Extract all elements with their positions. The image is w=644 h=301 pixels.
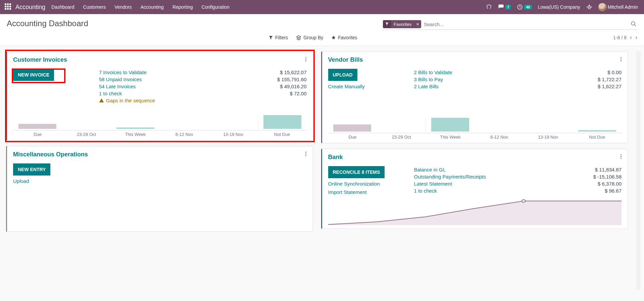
stat-link[interactable]: Latest Statement: [414, 181, 452, 187]
nav-dashboard[interactable]: Dashboard: [51, 4, 75, 10]
facet-close-icon[interactable]: ×: [414, 21, 421, 27]
control-panel: Accounting Dashboard Favorites ×: [0, 14, 644, 30]
stat-link[interactable]: 1 to check: [99, 91, 122, 96]
import-statement-link[interactable]: Import Statement: [328, 189, 367, 195]
search-bar[interactable]: Favorites ×: [382, 19, 637, 30]
new-entry-button[interactable]: NEW ENTRY: [13, 163, 50, 175]
debug-icon[interactable]: [586, 4, 592, 10]
bar-chart-xlabels: Due23-29 OctThis Week6-12 Nov13-19 NovNo…: [328, 133, 622, 140]
avatar: [598, 3, 606, 11]
reconcile-button[interactable]: RECONCILE 8 ITEMS: [328, 166, 385, 178]
upload-button[interactable]: UPLOAD: [328, 69, 357, 81]
stat-value: $ -15,106.58: [593, 174, 622, 180]
stat-value: $ 72.00: [290, 91, 306, 96]
activities-button[interactable]: 40: [517, 4, 532, 10]
favorites-label: Favorites: [338, 35, 357, 40]
card-misc-operations: Miscellaneous Operations NEW ENTRY Uploa…: [6, 146, 313, 232]
main-nav: Dashboard Customers Vendors Accounting R…: [51, 4, 230, 10]
right-column: Vendor Bills UPLOAD Create Manually 2 Bi…: [321, 51, 628, 290]
stat-link[interactable]: 58 Unpaid Invoices: [99, 77, 142, 82]
user-name: Mitchell Admin: [608, 4, 638, 10]
warning-row[interactable]: Gaps in the sequence: [99, 97, 307, 103]
stat-link[interactable]: 1 to check: [414, 188, 437, 194]
scrollbar[interactable]: [636, 51, 641, 290]
stat-value: $ 6,378.00: [598, 181, 622, 187]
topbar: Accounting Dashboard Customers Vendors A…: [0, 0, 644, 14]
search-icon[interactable]: [631, 21, 637, 28]
stat-link[interactable]: 2 Bills to Validate: [414, 69, 452, 75]
dashboard-content: Customer Invoices NEW INVOICE 7 Invoices…: [0, 46, 644, 295]
stat-value: $ 155,791.60: [277, 77, 307, 82]
nav-reporting[interactable]: Reporting: [172, 4, 193, 10]
card-bank: Bank RECONCILE 8 ITEMS Online Synchroniz…: [321, 149, 628, 229]
bar-chart-xlabels: Due23-29 OctThis Week6-12 Nov13-19 NovNo…: [13, 130, 307, 137]
kebab-icon[interactable]: [303, 150, 309, 157]
favorites-button[interactable]: Favorites: [331, 35, 357, 40]
app-name[interactable]: Accounting: [15, 4, 45, 11]
pager[interactable]: 1-8 / 8: [613, 35, 627, 40]
svg-point-2: [631, 21, 635, 25]
facet-label: Favorites: [391, 20, 414, 28]
nav-customers[interactable]: Customers: [83, 4, 106, 10]
filters-label: Filters: [275, 35, 288, 40]
card-title[interactable]: Customer Invoices: [13, 56, 307, 63]
card-title[interactable]: Bank: [328, 154, 622, 161]
card-customer-invoices: Customer Invoices NEW INVOICE 7 Invoices…: [6, 51, 313, 141]
kebab-icon[interactable]: [618, 56, 624, 62]
filter-bar: Filters Group By Favorites 1-8 / 8 ‹ ›: [0, 30, 644, 46]
stat-link[interactable]: 7 Invoices to Validate: [99, 69, 146, 75]
stat-value: $ 96.67: [605, 188, 622, 194]
line-chart: [328, 198, 622, 225]
groupby-label: Group By: [303, 35, 323, 40]
page-title: Accounting Dashboard: [7, 19, 88, 28]
stat-link[interactable]: 2 Late Bills: [414, 84, 439, 89]
pager-prev-icon[interactable]: ‹: [630, 34, 632, 41]
search-input[interactable]: [423, 21, 631, 28]
stat-value: $ 0.00: [607, 69, 622, 75]
create-manually-link[interactable]: Create Manually: [328, 84, 365, 89]
stat-value: $ 1,722.27: [598, 77, 622, 82]
nav-accounting[interactable]: Accounting: [141, 4, 164, 10]
messages-badge: 7: [505, 5, 511, 9]
company-name: Lowa(US) Company: [538, 4, 580, 10]
upload-link[interactable]: Upload: [13, 178, 29, 184]
nav-configuration[interactable]: Configuration: [202, 4, 230, 10]
kebab-icon[interactable]: [618, 153, 624, 160]
user-menu[interactable]: Mitchell Admin: [598, 3, 638, 11]
bar-chart: [13, 109, 307, 129]
stat-link[interactable]: Balance in GL: [414, 167, 446, 172]
filter-icon: [383, 20, 391, 28]
kebab-icon[interactable]: [303, 56, 309, 62]
warning-text: Gaps in the sequence: [106, 98, 155, 103]
stat-link[interactable]: 3 Bills to Pay: [414, 77, 443, 82]
card-vendor-bills: Vendor Bills UPLOAD Create Manually 2 Bi…: [321, 51, 628, 143]
card-title[interactable]: Miscellaneous Operations: [13, 151, 307, 158]
bar-chart: [328, 112, 622, 132]
stat-value: $ 1,622.27: [598, 84, 622, 89]
card-title[interactable]: Vendor Bills: [328, 56, 622, 63]
filters-button[interactable]: Filters: [268, 35, 288, 40]
groupby-button[interactable]: Group By: [296, 35, 323, 40]
left-column: Customer Invoices NEW INVOICE 7 Invoices…: [6, 51, 313, 290]
topbar-right: 7 40 Lowa(US) Company Mitchell Admin: [486, 3, 642, 11]
search-facet: Favorites ×: [383, 20, 421, 28]
apps-icon[interactable]: [5, 3, 12, 11]
svg-point-3: [522, 200, 525, 202]
stat-link[interactable]: Outstanding Payments/Receipts: [414, 174, 486, 180]
nav-vendors[interactable]: Vendors: [114, 4, 132, 10]
stat-value: $ 49,016.20: [280, 84, 306, 89]
messages-button[interactable]: 7: [498, 4, 511, 10]
activities-badge: 40: [524, 5, 532, 9]
online-sync-link[interactable]: Online Synchronization: [328, 181, 380, 187]
stat-link[interactable]: 54 Late Invoices: [99, 84, 136, 89]
new-invoice-button[interactable]: NEW INVOICE: [13, 69, 54, 81]
stat-value: $ 15,622.07: [280, 69, 306, 75]
company-switcher[interactable]: Lowa(US) Company: [538, 4, 580, 10]
svg-point-1: [588, 6, 590, 8]
stat-value: $ 11,834.87: [595, 167, 622, 172]
voip-icon[interactable]: [486, 4, 492, 10]
pager-next-icon[interactable]: ›: [635, 34, 637, 41]
